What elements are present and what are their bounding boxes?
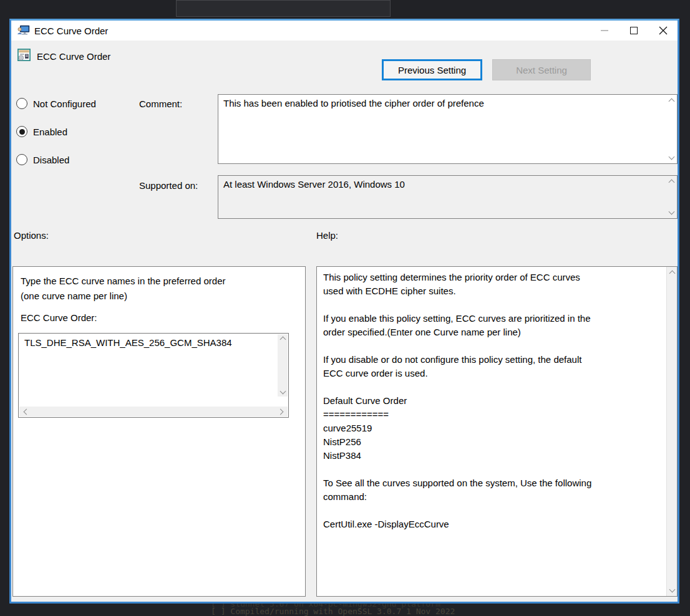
background-terminal-text: [ ] Compiled/running with OpenSSL 3.0.7 …: [211, 607, 455, 616]
supported-on-text: At least Windows Server 2016, Windows 10: [218, 176, 677, 193]
dialog-body: ECC Curve Order Previous Setting Next Se…: [11, 41, 678, 602]
desktop-background: [ ] stunnel 5.67 on x64-pc-mingw32-gnu p…: [0, 0, 690, 616]
help-text: This policy setting determines the prior…: [317, 267, 666, 596]
options-hint-text: Type the ECC curve names in the preferre…: [21, 274, 270, 304]
supported-on-label: Supported on:: [139, 180, 198, 191]
radio-circle-selected[interactable]: [16, 126, 27, 137]
radio-enabled[interactable]: Enabled: [16, 126, 67, 137]
group-policy-computer-icon: [17, 25, 30, 36]
radio-circle[interactable]: [16, 154, 27, 165]
radio-disabled[interactable]: Disabled: [16, 154, 69, 165]
supported-scrollbar[interactable]: [666, 176, 676, 218]
scroll-right-icon[interactable]: [278, 408, 284, 415]
minimize-icon: [601, 30, 608, 31]
ecc-curve-order-value: TLS_DHE_RSA_WITH_AES_256_GCM_SHA384: [19, 334, 288, 348]
background-window-edge: [176, 0, 391, 17]
radio-label: Not Configured: [33, 99, 96, 109]
policy-setting-icon: [17, 49, 31, 62]
previous-setting-button[interactable]: Previous Setting: [382, 59, 482, 80]
comment-scrollbar[interactable]: [666, 95, 676, 163]
ecc-curve-order-input[interactable]: TLS_DHE_RSA_WITH_AES_256_GCM_SHA384: [18, 333, 289, 418]
options-panel: Type the ECC curve names in the preferre…: [12, 266, 306, 597]
options-label: Options:: [14, 230, 49, 241]
options-horizontal-scrollbar[interactable]: [19, 407, 288, 416]
maximize-icon: [630, 27, 638, 34]
scroll-down-icon[interactable]: [668, 209, 674, 215]
help-scrollbar[interactable]: [666, 267, 677, 596]
scroll-down-icon[interactable]: [668, 154, 674, 160]
maximize-button[interactable]: [619, 21, 648, 41]
radio-circle[interactable]: [16, 98, 27, 109]
help-label: Help:: [316, 230, 338, 241]
scroll-up-icon[interactable]: [669, 271, 675, 277]
scroll-down-icon[interactable]: [279, 388, 286, 395]
next-setting-button: Next Setting: [492, 59, 591, 80]
comment-label: Comment:: [139, 99, 182, 109]
ecc-curve-order-dialog: ECC Curve Order: [9, 19, 679, 604]
window-title: ECC Curve Order: [34, 26, 108, 36]
scroll-down-icon[interactable]: [669, 587, 675, 593]
close-button[interactable]: [648, 21, 678, 41]
comment-text: This has been enabled to priotised the c…: [218, 95, 677, 112]
window-controls: [590, 21, 678, 41]
minimize-button: [590, 21, 619, 41]
title-bar[interactable]: ECC Curve Order: [11, 21, 678, 41]
scroll-up-icon[interactable]: [279, 337, 286, 343]
scroll-up-icon[interactable]: [668, 99, 674, 105]
comment-textarea[interactable]: This has been enabled to priotised the c…: [218, 94, 678, 164]
setting-name: ECC Curve Order: [37, 51, 110, 62]
scroll-up-icon[interactable]: [668, 180, 674, 186]
help-panel: This policy setting determines the prior…: [316, 266, 678, 597]
scroll-left-icon[interactable]: [24, 408, 30, 415]
ecc-curve-order-label: ECC Curve Order:: [21, 312, 97, 323]
radio-label: Disabled: [33, 155, 69, 165]
radio-not-configured[interactable]: Not Configured: [16, 98, 96, 109]
supported-on-textarea: At least Windows Server 2016, Windows 10: [218, 175, 678, 219]
radio-label: Enabled: [33, 127, 67, 137]
close-icon: [659, 26, 668, 35]
options-vertical-scrollbar[interactable]: [278, 334, 288, 397]
